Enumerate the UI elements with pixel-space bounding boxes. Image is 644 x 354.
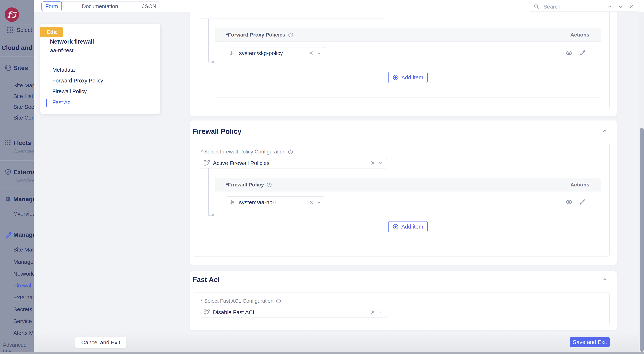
nav-link-forward-proxy-policy[interactable]: Forward Proxy Policy xyxy=(52,78,103,84)
sidebar-item-firewall[interactable]: Firewall xyxy=(13,282,32,289)
sidebar-item-manage-sub[interactable]: Manage xyxy=(13,259,33,265)
sidebar-item-site-map[interactable]: Site Map xyxy=(13,82,34,89)
select-service-button[interactable]: Select s xyxy=(4,25,34,36)
ship-wheel-icon xyxy=(4,195,12,203)
workflow-icon xyxy=(204,309,210,315)
sidebar-item-service[interactable]: Service xyxy=(13,318,32,324)
sidebar-item-manage[interactable]: Manage xyxy=(13,231,34,238)
form-header: Form Documentation JSON xyxy=(34,0,644,13)
object-name: aa-nf-test1 xyxy=(50,47,76,54)
reference-icon xyxy=(230,50,236,56)
workflow-icon xyxy=(204,160,210,166)
tab-form[interactable]: Form xyxy=(42,2,62,11)
close-icon[interactable] xyxy=(627,3,635,11)
clear-icon[interactable]: ✕ xyxy=(309,51,314,56)
selected-value: Disable Fast ACL xyxy=(213,309,368,315)
row-actions xyxy=(565,198,586,206)
tab-documentation[interactable]: Documentation xyxy=(62,2,138,11)
sidebar-item-managed-k8s-overview[interactable]: Overview xyxy=(13,211,34,217)
search-icon xyxy=(532,3,540,11)
fast-acl-config-box: * Select Fast ACL Configuration Disable … xyxy=(193,292,610,325)
chevron-down-icon[interactable] xyxy=(378,161,383,166)
sidebar-item-fleets-overview[interactable]: Overview xyxy=(13,148,34,154)
section-heading: Firewall Policy xyxy=(192,128,242,136)
shield-arrow-icon xyxy=(4,168,12,176)
edit-icon[interactable] xyxy=(579,198,586,206)
listbox-title: *Firewall Policy xyxy=(226,182,264,188)
cancel-button[interactable]: Cancel and Exit xyxy=(75,337,126,348)
sidebar-divider xyxy=(0,160,34,161)
config-label: * Select Firewall Policy Configuration xyxy=(201,149,293,155)
collapse-section-icon[interactable] xyxy=(601,127,608,135)
section-heading: Fast Acl xyxy=(192,276,220,284)
nav-link-fast-acl[interactable]: Fast Acl xyxy=(52,99,72,106)
firewall-policy-item-select[interactable]: system/aa-np-1 ✕ xyxy=(226,196,325,208)
sidebar-item-managed-k8s[interactable]: Manage xyxy=(13,196,34,203)
nav-link-metadata[interactable]: Metadata xyxy=(52,67,75,73)
collapse-section-icon[interactable] xyxy=(601,276,608,283)
nav-link-firewall-policy[interactable]: Firewall Policy xyxy=(52,88,87,95)
sidebar-item-fleets[interactable]: Fleets xyxy=(13,139,31,146)
chevron-down-icon[interactable] xyxy=(317,200,322,205)
chevron-down-icon[interactable] xyxy=(378,310,383,315)
sidebar-item-external-overview[interactable]: Overview xyxy=(13,178,34,184)
chevron-down-icon[interactable] xyxy=(317,51,322,56)
sidebar-item-site-connectivity[interactable]: Site Con xyxy=(13,115,34,121)
sidebar-divider xyxy=(0,128,34,128)
view-tabs: Form Documentation JSON xyxy=(42,2,160,11)
row-divider xyxy=(223,64,594,64)
selected-value: system/aa-np-1 xyxy=(239,199,306,206)
sidebar-item-site-list[interactable]: Site List xyxy=(13,93,33,99)
firewall-policy-listbox: *Firewall Policy Actions system/aa-np-1 … xyxy=(214,178,601,247)
sidebar-item-sites[interactable]: Sites xyxy=(13,65,28,72)
add-item-label: Add item xyxy=(401,74,423,81)
fast-acl-config-select[interactable]: Disable Fast ACL ✕ xyxy=(200,307,387,317)
sidebar-item-external[interactable]: Externa xyxy=(13,169,34,176)
help-icon[interactable] xyxy=(276,298,281,304)
sidebar-divider xyxy=(0,339,34,339)
dots-grid-icon xyxy=(4,139,12,147)
forward-proxy-config-box: *Forward Proxy Policies Actions system/s… xyxy=(193,4,610,109)
chevron-up-icon[interactable] xyxy=(606,3,614,11)
sidebar-item-networking[interactable]: Network xyxy=(13,271,34,277)
listbox-header: *Firewall Policy Actions xyxy=(215,178,601,191)
sidebar-item-site-management[interactable]: Site Man xyxy=(13,246,34,253)
clear-icon[interactable]: ✕ xyxy=(309,200,314,205)
sidebar-divider xyxy=(0,57,34,57)
clear-icon[interactable]: ✕ xyxy=(370,309,375,315)
help-icon[interactable] xyxy=(288,149,293,155)
advanced-nav-toggle[interactable]: Advanced nav xyxy=(3,342,34,352)
add-item-button[interactable]: Add item xyxy=(388,72,428,83)
firewall-config-select[interactable]: Active Firewall Policies ✕ xyxy=(200,158,387,168)
edit-mode-badge: Edit xyxy=(40,27,63,37)
actions-column-label: Actions xyxy=(570,182,590,188)
scrollbar-thumb[interactable] xyxy=(640,128,644,352)
add-item-label: Add item xyxy=(401,223,423,230)
add-item-button[interactable]: Add item xyxy=(388,221,428,232)
object-type-title: Network firewall xyxy=(50,38,94,45)
reference-icon xyxy=(230,199,236,206)
view-icon[interactable] xyxy=(565,49,573,57)
clear-icon[interactable]: ✕ xyxy=(370,160,375,166)
app-sidebar: Select s Cloud and Sites Site Map Site L… xyxy=(0,0,34,352)
sidebar-item-alerts[interactable]: Alerts M xyxy=(13,330,34,336)
tree-connector-dot xyxy=(212,61,214,63)
sidebar-item-secrets[interactable]: Secrets xyxy=(13,306,32,312)
tab-json[interactable]: JSON xyxy=(138,2,160,11)
grid-icon xyxy=(7,27,14,34)
help-icon[interactable] xyxy=(266,182,272,188)
sidebar-item-external-conn[interactable]: External xyxy=(13,294,34,301)
firewall-policy-section: Firewall Policy * Select Firewall Policy… xyxy=(190,121,616,265)
active-link-indicator xyxy=(46,99,47,107)
forward-proxy-item-select[interactable]: system/skg-policy ✕ xyxy=(226,47,325,59)
edit-icon[interactable] xyxy=(579,49,586,56)
selected-value: Active Firewall Policies xyxy=(213,160,368,166)
chevron-down-icon[interactable] xyxy=(616,3,624,11)
view-icon[interactable] xyxy=(565,198,573,206)
search-input[interactable] xyxy=(543,4,600,10)
help-icon[interactable] xyxy=(288,32,294,38)
panel-divider xyxy=(40,61,160,61)
save-button[interactable]: Save and Exit xyxy=(570,337,610,347)
forward-proxy-policy-section: *Forward Proxy Policies Actions system/s… xyxy=(190,8,616,116)
sidebar-item-site-security[interactable]: Site Secu xyxy=(13,104,34,110)
